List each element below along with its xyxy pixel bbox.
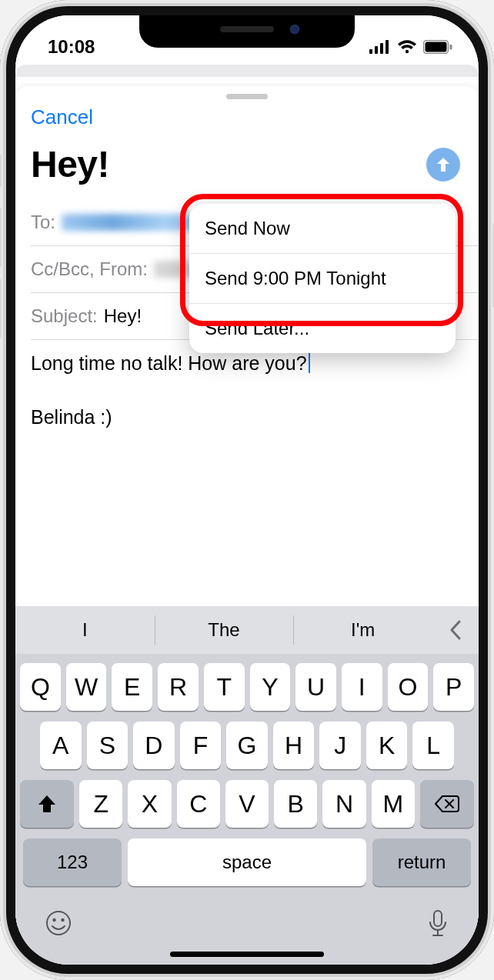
send-options-menu: Send Now Send 9:00 PM Tonight Send Later… <box>189 204 456 353</box>
emoji-icon <box>45 909 72 937</box>
key-e[interactable]: E <box>112 663 152 711</box>
key-t[interactable]: T <box>204 663 245 711</box>
key-c[interactable]: C <box>177 780 220 828</box>
ccbcc-label: Cc/Bcc, From: <box>31 258 148 280</box>
collapse-predictions-button[interactable] <box>432 606 479 654</box>
key-n[interactable]: N <box>322 780 365 828</box>
key-j[interactable]: J <box>319 722 361 769</box>
svg-point-9 <box>61 918 64 922</box>
key-w[interactable]: W <box>66 663 107 711</box>
battery-icon <box>423 40 452 54</box>
key-y[interactable]: Y <box>250 663 291 711</box>
svg-rect-3 <box>386 40 389 54</box>
svg-rect-5 <box>426 42 447 52</box>
keyboard: I The I'm Q W E R T Y U <box>15 606 479 965</box>
key-row-1: Q W E R T Y U I O P <box>20 663 474 711</box>
backspace-key[interactable] <box>420 780 474 828</box>
prediction-2[interactable]: The <box>155 606 294 654</box>
key-h[interactable]: H <box>273 722 315 769</box>
dictation-button[interactable] <box>426 909 449 938</box>
to-label: To: <box>31 212 55 233</box>
svg-point-8 <box>52 918 55 922</box>
chevron-left-icon <box>449 620 462 640</box>
key-o[interactable]: O <box>388 663 429 711</box>
sheet-grabber[interactable] <box>226 94 268 99</box>
microphone-icon <box>426 909 449 938</box>
svg-rect-0 <box>369 49 372 54</box>
svg-rect-2 <box>380 43 383 54</box>
key-k[interactable]: K <box>366 722 408 769</box>
cellular-icon <box>369 40 391 54</box>
menu-item-send-later[interactable]: Send Later... <box>189 304 456 353</box>
menu-item-send-now[interactable]: Send Now <box>189 204 456 254</box>
key-r[interactable]: R <box>158 663 199 711</box>
svg-point-7 <box>47 912 70 935</box>
volume-up-button <box>0 208 2 268</box>
key-m[interactable]: M <box>372 780 415 828</box>
svg-rect-6 <box>450 45 452 50</box>
key-row-2: A S D F G H J K L <box>20 722 474 769</box>
svg-rect-1 <box>375 46 378 54</box>
device-frame: 10:08 Cancel Hey! To: <box>0 0 494 980</box>
svg-rect-10 <box>434 911 442 926</box>
cancel-button[interactable]: Cancel <box>31 105 93 129</box>
key-a[interactable]: A <box>40 722 82 769</box>
subject-value: Hey! <box>104 305 142 327</box>
key-b[interactable]: B <box>274 780 317 828</box>
signature: Belinda :) <box>31 405 463 431</box>
key-x[interactable]: X <box>128 780 171 828</box>
message-body[interactable]: Long time no talk! How are you? Belinda … <box>15 340 479 431</box>
body-line-1: Long time no talk! How are you? <box>31 352 307 374</box>
screen: 10:08 Cancel Hey! To: <box>15 15 479 965</box>
key-z[interactable]: Z <box>79 780 122 828</box>
key-u[interactable]: U <box>295 663 336 711</box>
shift-icon <box>36 793 58 815</box>
subject-label: Subject: <box>31 305 98 327</box>
compose-title: Hey! <box>31 143 109 185</box>
backspace-icon <box>435 795 459 813</box>
predictive-row: I The I'm <box>15 606 479 654</box>
volume-down-button <box>0 278 2 338</box>
arrow-up-icon <box>434 155 452 174</box>
keyboard-footer <box>15 897 479 942</box>
sheet-backdrop <box>15 65 479 77</box>
prediction-3[interactable]: I'm <box>293 606 432 654</box>
front-camera <box>290 25 299 34</box>
home-indicator[interactable] <box>170 952 324 957</box>
key-f[interactable]: F <box>180 722 222 769</box>
numeric-key[interactable]: 123 <box>23 838 122 886</box>
notch <box>139 15 355 48</box>
compose-sheet: Cancel Hey! To: Cc/Bcc, From: Subjec <box>15 86 479 965</box>
key-g[interactable]: G <box>226 722 268 769</box>
shift-key[interactable] <box>20 780 74 828</box>
status-time: 10:08 <box>15 36 95 58</box>
key-l[interactable]: L <box>412 722 454 769</box>
prediction-1[interactable]: I <box>15 606 155 654</box>
key-row-4: 123 space return <box>20 838 474 886</box>
key-d[interactable]: D <box>133 722 175 769</box>
key-s[interactable]: S <box>87 722 129 769</box>
key-q[interactable]: Q <box>20 663 61 711</box>
wifi-icon <box>397 40 417 54</box>
emoji-button[interactable] <box>45 909 72 938</box>
mute-switch <box>0 154 2 188</box>
key-i[interactable]: I <box>342 663 382 711</box>
earpiece <box>220 26 274 32</box>
key-v[interactable]: V <box>225 780 269 828</box>
menu-item-send-tonight[interactable]: Send 9:00 PM Tonight <box>189 254 456 304</box>
return-key[interactable]: return <box>372 838 471 886</box>
text-cursor <box>309 353 310 373</box>
send-button[interactable] <box>426 148 460 182</box>
key-row-3: Z X C V B N M <box>20 780 474 828</box>
key-p[interactable]: P <box>433 663 474 711</box>
space-key[interactable]: space <box>128 838 366 886</box>
